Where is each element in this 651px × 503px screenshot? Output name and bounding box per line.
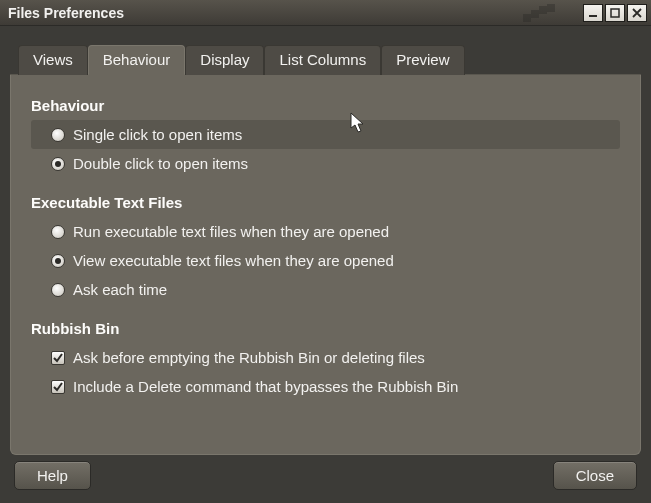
section-rubbish-title: Rubbish Bin bbox=[31, 320, 620, 337]
minimize-button[interactable] bbox=[583, 4, 603, 22]
option-exec-ask[interactable]: Ask each time bbox=[31, 275, 620, 304]
tab-display[interactable]: Display bbox=[185, 45, 264, 75]
option-label: Single click to open items bbox=[73, 124, 242, 145]
option-include-delete[interactable]: Include a Delete command that bypasses t… bbox=[31, 372, 620, 401]
option-double-click[interactable]: Double click to open items bbox=[31, 149, 620, 178]
radio-icon bbox=[51, 128, 65, 142]
close-dialog-button[interactable]: Close bbox=[553, 461, 637, 490]
titlebar-decoration bbox=[523, 4, 583, 22]
behaviour-panel: Behaviour Single click to open items Dou… bbox=[10, 75, 641, 455]
tab-bar: Views Behaviour Display List Columns Pre… bbox=[10, 44, 641, 75]
option-label: Run executable text files when they are … bbox=[73, 221, 389, 242]
radio-icon bbox=[51, 254, 65, 268]
svg-rect-1 bbox=[611, 9, 619, 17]
checkbox-icon bbox=[51, 380, 65, 394]
tab-behaviour[interactable]: Behaviour bbox=[88, 45, 186, 75]
option-ask-empty[interactable]: Ask before emptying the Rubbish Bin or d… bbox=[31, 343, 620, 372]
titlebar[interactable]: Files Preferences bbox=[0, 0, 651, 26]
footer: Help Close bbox=[0, 457, 651, 503]
option-label: Double click to open items bbox=[73, 153, 248, 174]
tab-views[interactable]: Views bbox=[18, 45, 88, 75]
option-label: Ask each time bbox=[73, 279, 167, 300]
option-label: View executable text files when they are… bbox=[73, 250, 394, 271]
tab-list-columns[interactable]: List Columns bbox=[264, 45, 381, 75]
radio-icon bbox=[51, 283, 65, 297]
radio-icon bbox=[51, 225, 65, 239]
option-exec-run[interactable]: Run executable text files when they are … bbox=[31, 217, 620, 246]
content-area: Views Behaviour Display List Columns Pre… bbox=[0, 26, 651, 455]
option-exec-view[interactable]: View executable text files when they are… bbox=[31, 246, 620, 275]
svg-rect-0 bbox=[589, 15, 597, 17]
tab-preview[interactable]: Preview bbox=[381, 45, 464, 75]
option-label: Include a Delete command that bypasses t… bbox=[73, 376, 458, 397]
close-button[interactable] bbox=[627, 4, 647, 22]
option-label: Ask before emptying the Rubbish Bin or d… bbox=[73, 347, 425, 368]
checkbox-icon bbox=[51, 351, 65, 365]
section-behaviour-title: Behaviour bbox=[31, 97, 620, 114]
window-title: Files Preferences bbox=[8, 5, 519, 21]
radio-icon bbox=[51, 157, 65, 171]
help-button[interactable]: Help bbox=[14, 461, 91, 490]
maximize-button[interactable] bbox=[605, 4, 625, 22]
section-exec-title: Executable Text Files bbox=[31, 194, 620, 211]
option-single-click[interactable]: Single click to open items bbox=[31, 120, 620, 149]
